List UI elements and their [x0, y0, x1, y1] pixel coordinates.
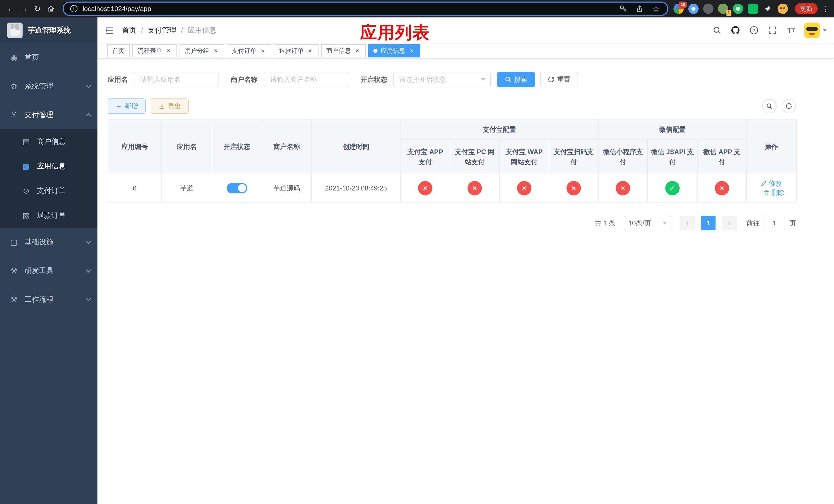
sidebar-item-merchant-info[interactable]: ▤ 商户信息: [0, 129, 97, 154]
sidebar-item-payment-orders[interactable]: ⊙ 支付订单: [0, 178, 97, 203]
sidebar-item-payment[interactable]: ¥ 支付管理: [0, 100, 97, 129]
close-icon[interactable]: ×: [260, 47, 266, 54]
reset-button[interactable]: 重置: [540, 72, 578, 87]
add-button[interactable]: ＋ 新增: [108, 98, 146, 114]
workflow-icon: ⚒: [9, 295, 19, 304]
extensions-row: 10 1: [674, 4, 788, 14]
prev-page-button[interactable]: ‹: [680, 216, 695, 230]
url-text[interactable]: localhost:1024/pay/app: [83, 5, 618, 13]
forward-icon[interactable]: →: [18, 2, 31, 15]
tab-home[interactable]: 首页: [107, 44, 130, 58]
toolbox-icon: ⚒: [9, 266, 19, 275]
search-button[interactable]: 搜索: [497, 72, 535, 87]
dashboard-icon: ◉: [9, 53, 19, 62]
sidebar-item-system[interactable]: ⚙ 系统管理: [0, 72, 97, 100]
chevron-up-icon: [86, 113, 91, 118]
table-row: 6 芋道 芋道源码 2021-10-23 08:49:25 × × × × × …: [108, 174, 796, 202]
share-icon[interactable]: [635, 4, 645, 14]
close-icon[interactable]: ×: [165, 47, 172, 54]
goto-label: 前往: [746, 219, 760, 228]
extension-icon-green-circle[interactable]: [733, 4, 743, 14]
sidebar-item-workflow[interactable]: ⚒ 工作流程: [0, 285, 97, 314]
edit-link[interactable]: 修改: [761, 179, 782, 188]
sidebar-item-app-info[interactable]: ▦ 应用信息: [0, 154, 97, 178]
search-icon[interactable]: [712, 25, 722, 36]
help-icon[interactable]: ?: [749, 25, 759, 36]
tab-process-form[interactable]: 流程表单×: [132, 44, 177, 58]
status-select[interactable]: 请选择开启状态: [393, 72, 491, 87]
merchant-name-input[interactable]: [264, 72, 348, 87]
top-navbar: 首页 支付管理 应用信息 应用列表 ?: [97, 18, 834, 43]
extension-badge: 10: [679, 2, 687, 8]
close-icon[interactable]: ×: [307, 47, 313, 54]
bookmark-star-icon[interactable]: ☆: [651, 4, 661, 14]
group-alipay-config: 支付宝配置: [400, 119, 598, 140]
tab-user-group[interactable]: 用户分组×: [179, 44, 224, 58]
browser-update-button[interactable]: 更新: [795, 3, 818, 14]
tab-merchant-info[interactable]: 商户信息×: [321, 44, 366, 58]
col-alipay-qr: 支付宝扫码支付: [549, 140, 598, 174]
font-size-icon[interactable]: TT: [786, 25, 796, 36]
col-wx-app: 微信 APP 支付: [697, 140, 747, 174]
close-icon[interactable]: ×: [354, 47, 360, 54]
goto-page-input[interactable]: [764, 216, 785, 230]
sidebar-item-refund-orders[interactable]: ▧ 退款订单: [0, 203, 97, 228]
status-label: 开启状态: [360, 75, 387, 84]
extension-icon-dark[interactable]: [703, 4, 714, 14]
extension-icon-pin[interactable]: [763, 4, 773, 14]
breadcrumb-payment[interactable]: 支付管理: [136, 25, 176, 35]
goto-page: 前往 页: [746, 216, 796, 230]
site-info-icon[interactable]: [70, 5, 78, 13]
reload-icon[interactable]: ↻: [31, 2, 44, 15]
chevron-down-icon: [86, 83, 91, 88]
sidebar-item-infrastructure[interactable]: ▢ 基础设施: [0, 228, 97, 256]
status-toggle[interactable]: [227, 183, 247, 193]
close-icon[interactable]: ×: [408, 47, 415, 54]
browser-toolbar: ← → ↻ localhost:1024/pay/app ☆ 10: [0, 0, 834, 18]
export-button[interactable]: 导出: [151, 98, 189, 114]
extension-icon-face[interactable]: [777, 4, 788, 14]
pagination: 共 1 条 10条/页 ‹ 1 › 前往 页: [108, 216, 796, 230]
page-size-select[interactable]: 10条/页: [624, 216, 672, 230]
toggle-search-icon[interactable]: [762, 99, 776, 113]
delete-link[interactable]: 删除: [764, 188, 785, 197]
extension-badge: 1: [726, 10, 731, 16]
fullscreen-icon[interactable]: [767, 25, 777, 36]
current-page-button[interactable]: 1: [701, 216, 716, 230]
server-icon: ▢: [9, 238, 19, 247]
navbar-actions: ? TT: [712, 23, 834, 38]
browser-menu-icon[interactable]: ⋮: [821, 4, 830, 13]
sidebar-item-dev-tools[interactable]: ⚒ 研发工具: [0, 256, 97, 285]
app-name-input[interactable]: [134, 72, 219, 87]
next-page-button[interactable]: ›: [722, 216, 737, 230]
back-icon[interactable]: ←: [4, 2, 18, 15]
extension-icon-green-square[interactable]: [748, 4, 758, 14]
refresh-icon[interactable]: [782, 99, 796, 113]
tab-refund-orders[interactable]: 退款订单×: [274, 44, 319, 58]
status-indicator-wx-jsapi: ✓: [665, 181, 680, 196]
close-icon[interactable]: ×: [212, 47, 219, 54]
user-menu[interactable]: [804, 23, 827, 38]
status-indicator-alipay-app: ×: [418, 181, 432, 196]
sidebar-fold-icon[interactable]: [97, 18, 122, 43]
breadcrumb-home[interactable]: 首页: [122, 25, 136, 35]
tab-payment-orders[interactable]: 支付订单×: [227, 44, 271, 58]
app-logo-row[interactable]: 芋道管理系统: [0, 18, 97, 43]
extension-icon-blue-drop[interactable]: [688, 4, 699, 14]
screen: ← → ↻ localhost:1024/pay/app ☆ 10: [0, 0, 834, 504]
github-icon[interactable]: [730, 25, 741, 36]
page-content: 应用名 商户名称 开启状态 请选择开启状态 搜索 重置: [97, 59, 806, 230]
pagination-total: 共 1 条: [595, 219, 615, 228]
password-key-icon[interactable]: [618, 4, 628, 14]
filter-form: 应用名 商户名称 开启状态 请选择开启状态 搜索 重置: [108, 72, 806, 87]
address-bar[interactable]: localhost:1024/pay/app ☆: [63, 2, 668, 16]
coin-icon: ⊙: [22, 186, 31, 196]
home-icon[interactable]: [44, 2, 58, 15]
status-indicator-alipay-pc: ×: [467, 181, 482, 196]
sidebar-item-home[interactable]: ◉ 首页: [0, 43, 97, 72]
tab-app-info[interactable]: 应用信息×: [368, 44, 420, 58]
svg-text:?: ?: [752, 28, 755, 33]
extension-icon-avatar[interactable]: 1: [718, 4, 728, 14]
extension-icon-colorwheel[interactable]: 10: [674, 4, 684, 14]
col-merchant: 商户名称: [262, 119, 312, 174]
